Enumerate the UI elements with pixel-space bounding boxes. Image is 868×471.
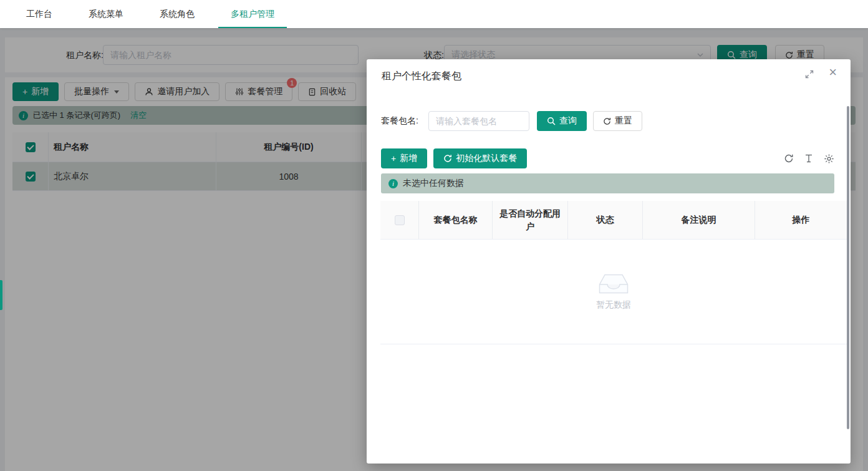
package-name-input[interactable] [428, 111, 529, 131]
modal-scrollbar[interactable] [847, 106, 849, 429]
header-cell-status: 状态 [568, 201, 643, 239]
modal-alert-text: 未选中任何数据 [403, 178, 464, 189]
select-all-checkbox[interactable] [395, 215, 405, 225]
modal-add-button[interactable]: + 新增 [381, 148, 427, 168]
tab-system-menu[interactable]: 系统菜单 [76, 0, 136, 28]
empty-state: 暂无数据 [380, 240, 847, 344]
screen: 工作台 系统菜单 系统角色 多租户管理 租户名称: 状态: 请选择状态 查询 重… [0, 0, 868, 471]
package-modal: 租户个性化套餐包 × 套餐包名: 查询 重置 + 新增 初始化默认 [367, 59, 851, 464]
row-height-icon[interactable] [804, 153, 814, 163]
init-default-package-button[interactable]: 初始化默认套餐 [433, 148, 527, 168]
modal-reset-button[interactable]: 重置 [593, 111, 642, 131]
modal-search-button[interactable]: 查询 [537, 111, 587, 131]
refresh-icon [443, 154, 452, 163]
tab-workbench[interactable]: 工作台 [14, 0, 65, 28]
modal-search-label: 查询 [559, 115, 577, 127]
header-cell-checkbox [380, 201, 419, 239]
package-name-label: 套餐包名: [381, 115, 418, 127]
search-icon [547, 117, 556, 125]
modal-reset-label: 重置 [615, 115, 632, 127]
empty-text: 暂无数据 [596, 299, 631, 311]
refresh-table-icon[interactable] [784, 153, 794, 163]
plus-icon: + [391, 153, 396, 163]
top-nav: 工作台 系统菜单 系统角色 多租户管理 [0, 0, 868, 28]
modal-filter-bar: 套餐包名: 查询 重置 [381, 111, 642, 131]
modal-alert: i 未选中任何数据 [381, 173, 834, 193]
tab-label: 系统菜单 [89, 9, 123, 20]
header-cell-auto-assign: 是否自动分配用户 [493, 201, 568, 239]
info-icon: i [388, 179, 398, 188]
header-cell-package-name: 套餐包名称 [419, 201, 493, 239]
tab-label: 工作台 [26, 9, 52, 20]
drawer-handle[interactable] [0, 280, 2, 310]
package-table-header: 套餐包名称 是否自动分配用户 状态 备注说明 操作 [380, 201, 847, 240]
modal-title: 租户个性化套餐包 [382, 70, 461, 83]
tab-system-roles[interactable]: 系统角色 [147, 0, 207, 28]
tab-multi-tenant[interactable]: 多租户管理 [218, 0, 287, 28]
table-tools [784, 153, 834, 164]
modal-add-label: 新增 [400, 153, 417, 164]
init-default-package-label: 初始化默认套餐 [456, 153, 517, 164]
header-cell-actions: 操作 [755, 201, 847, 239]
package-table: 套餐包名称 是否自动分配用户 状态 备注说明 操作 暂无数据 [380, 201, 847, 344]
gear-icon[interactable] [824, 153, 834, 164]
header-cell-note: 备注说明 [643, 201, 755, 239]
tab-label: 多租户管理 [231, 9, 274, 20]
empty-box-icon [599, 273, 629, 294]
tab-label: 系统角色 [160, 9, 195, 20]
refresh-icon [603, 117, 611, 125]
close-icon[interactable]: × [829, 66, 837, 79]
modal-toolbar: + 新增 初始化默认套餐 [381, 148, 834, 168]
fullscreen-icon[interactable] [804, 69, 814, 79]
